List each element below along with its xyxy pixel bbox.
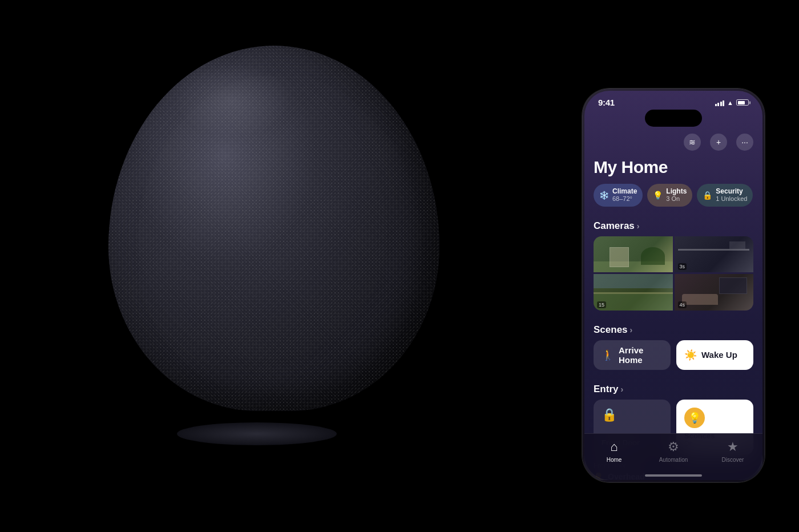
signal-bar-2 [717,103,719,106]
wifi-icon: ▲ [727,99,733,106]
home-tab-icon: ⌂ [610,440,618,454]
homepod-base [177,422,337,445]
scenes-row: 🚶 Arrive Home ☀️ Wake Up [584,340,762,379]
camera-timestamp-4: 4s [678,301,687,308]
wake-up-icon: ☀️ [684,349,697,361]
tab-bar: ⌂ Home ⚙ Automation ★ Discover [584,433,762,480]
automation-tab-label: Automation [659,457,688,463]
wake-up-button[interactable]: ☀️ Wake Up [676,340,753,370]
lights-label: Lights [666,187,687,195]
entry-section-header[interactable]: Entry › [584,379,762,400]
lights-text: Lights 3 On [666,187,687,203]
camera-thumb-3[interactable]: 15 [594,274,673,311]
sconces-icon-circle: 💡 [684,408,705,428]
climate-icon: ❄️ [599,191,609,200]
add-icon: + [716,138,721,147]
sconces-bulb-icon: 💡 [688,412,701,424]
home-tab-label: Home [607,457,622,463]
status-bar: 9:41 ▲ [584,91,762,110]
signal-bar-1 [715,104,717,106]
security-value: 1 Unlocked [716,195,747,203]
signal-bars-icon [715,99,725,106]
camera-thumb-2[interactable]: 3s [675,236,754,273]
climate-chip[interactable]: ❄️ Climate 68–72° [594,184,643,207]
camera-timestamp-2: 3s [678,263,687,270]
cam1-tree [641,247,665,265]
entry-section-label: Entry [594,384,618,395]
front-door-lock-icon: 🔒 [602,408,663,422]
iphone-frame: 9:41 ▲ [582,88,765,482]
cam4-tv [719,277,746,294]
iphone: 9:41 ▲ [582,88,765,482]
cameras-section-header[interactable]: Cameras › [584,216,762,236]
siri-icon: ≋ [689,138,696,147]
status-time: 9:41 [598,98,615,107]
lights-value: 3 On [666,195,687,203]
homepod [91,17,457,514]
dynamic-island [645,110,702,127]
lights-icon: 💡 [653,191,663,200]
cam2-items [729,241,745,249]
climate-value: 68–72° [612,195,637,203]
cameras-arrow-icon: › [637,221,640,231]
arrive-home-button[interactable]: 🚶 Arrive Home [594,340,671,370]
discover-tab-icon: ★ [727,440,739,454]
cam3-sky [594,274,673,288]
tab-automation[interactable]: ⚙ Automation [644,440,703,463]
tab-discover[interactable]: ★ Discover [703,440,762,463]
wake-up-label: Wake Up [701,350,737,360]
homepod-mesh [108,46,439,411]
camera-grid: 3s 15 4s [594,236,753,311]
signal-bar-4 [723,100,724,106]
security-icon: 🔒 [703,191,712,200]
add-button[interactable]: + [710,134,727,151]
security-label: Security [716,187,747,195]
cam1-door [610,247,629,267]
status-chips: ❄️ Climate 68–72° 💡 Lights 3 On 🔒 [584,184,762,216]
iphone-screen: 9:41 ▲ [584,91,762,480]
home-title: My Home [584,155,762,184]
discover-tab-label: Discover [722,457,744,463]
header-controls: ≋ + ··· [584,131,762,155]
arrive-home-label: Arrive Home [619,345,663,365]
signal-bar-3 [720,102,722,106]
climate-text: Climate 68–72° [612,187,637,203]
scenes-arrow-icon: › [630,325,633,334]
camera-thumb-1[interactable] [594,236,673,273]
scenes-section-label: Scenes [594,324,628,336]
security-chip[interactable]: 🔒 Security 1 Unlocked [697,184,753,207]
battery-icon [736,99,749,106]
homepod-body [108,46,439,411]
battery-fill [738,101,745,104]
cameras-section-label: Cameras [594,220,635,232]
home-indicator [645,474,702,477]
cam4-couch [682,294,717,305]
cam2-shelf [678,249,749,251]
scenes-section-header[interactable]: Scenes › [584,320,762,340]
arrive-home-icon: 🚶 [602,349,614,361]
climate-label: Climate [612,187,637,195]
lights-chip[interactable]: 💡 Lights 3 On [647,184,692,207]
more-icon: ··· [741,138,748,147]
siri-button[interactable]: ≋ [684,134,701,151]
automation-tab-icon: ⚙ [668,440,679,454]
entry-arrow-icon: › [620,385,623,394]
more-button[interactable]: ··· [736,134,753,151]
camera-timestamp-3: 15 [597,301,606,308]
status-icons: ▲ [715,99,749,106]
camera-thumb-4[interactable]: 4s [675,274,754,311]
cam3-fence [594,292,673,294]
security-text: Security 1 Unlocked [716,187,747,203]
tab-home[interactable]: ⌂ Home [584,440,644,463]
